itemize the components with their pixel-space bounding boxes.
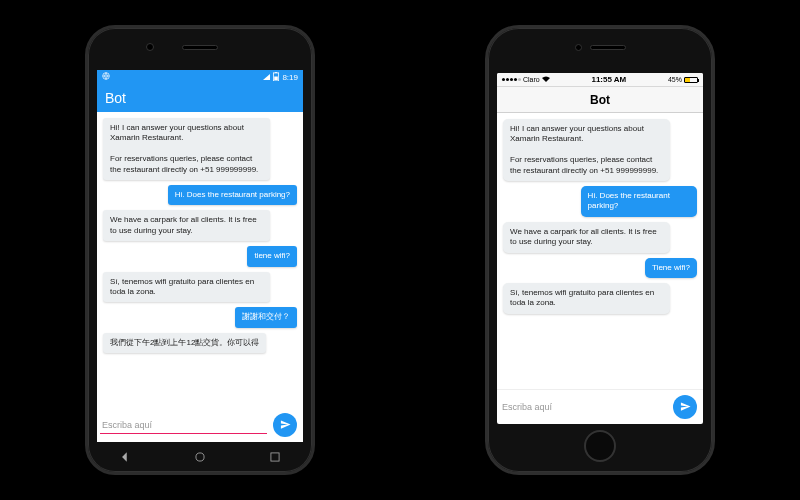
- bot-message: Sí, tenemos wifi gratuito para clientes …: [503, 283, 670, 314]
- status-time: 8:19: [282, 73, 298, 82]
- bot-message: Hi! I can answer your questions about Xa…: [503, 119, 670, 181]
- battery-icon: [684, 77, 698, 83]
- input-bar: Escriba aquí: [97, 408, 303, 442]
- send-button[interactable]: [673, 395, 697, 419]
- ios-screen: Claro 11:55 AM 45% Bot Hi! I can answer …: [497, 73, 703, 424]
- signal-icon: [502, 78, 521, 81]
- page-title: Bot: [590, 93, 610, 107]
- back-icon[interactable]: [118, 450, 132, 464]
- ios-speaker-area: [488, 44, 712, 51]
- input-bar: Escriba aquí: [497, 389, 703, 424]
- send-button[interactable]: [273, 413, 297, 437]
- user-message: 謝謝和交付？: [235, 307, 297, 327]
- svg-rect-5: [271, 453, 279, 461]
- bot-message: 我們從下午2點到上午12點交貨。你可以得: [103, 333, 266, 353]
- send-icon: [280, 416, 291, 434]
- svg-rect-3: [275, 76, 279, 80]
- user-message: Tiene wifi?: [645, 258, 697, 278]
- user-message: Hi. Does the restaurant parking?: [168, 185, 297, 205]
- globe-icon: [102, 72, 110, 82]
- wifi-icon: [542, 76, 550, 83]
- android-speaker-area: [88, 45, 312, 50]
- camera-dot: [575, 44, 582, 51]
- svg-point-4: [196, 453, 204, 461]
- user-message: Hi. Does the restaurant parking?: [581, 186, 697, 217]
- bot-message: We have a carpark for all clients. It is…: [103, 210, 270, 241]
- battery-label: 45%: [668, 76, 682, 83]
- message-input[interactable]: Escriba aquí: [100, 417, 267, 434]
- page-title: Bot: [105, 90, 126, 106]
- ios-device: Claro 11:55 AM 45% Bot Hi! I can answer …: [485, 25, 715, 475]
- recents-icon[interactable]: [268, 450, 282, 464]
- android-status-bar: 8:19: [97, 70, 303, 84]
- home-icon[interactable]: [193, 450, 207, 464]
- home-button[interactable]: [584, 430, 616, 462]
- earpiece: [182, 45, 218, 50]
- ios-status-bar: Claro 11:55 AM 45%: [497, 73, 703, 87]
- bot-message: Sí, tenemos wifi gratuito para clientes …: [103, 272, 270, 303]
- chat-list[interactable]: Hi! I can answer your questions about Xa…: [97, 112, 303, 408]
- earpiece: [590, 45, 626, 50]
- user-message: tiene wifi?: [247, 246, 297, 266]
- signal-icon: [263, 74, 270, 80]
- svg-rect-2: [276, 72, 278, 73]
- android-nav-bar: [88, 448, 312, 466]
- ios-nav-bar: Bot: [497, 87, 703, 113]
- battery-icon: [273, 72, 279, 83]
- android-screen: 8:19 Bot Hi! I can answer your questions…: [97, 70, 303, 442]
- message-input[interactable]: Escriba aquí: [500, 399, 667, 415]
- android-app-bar: Bot: [97, 84, 303, 112]
- chat-list[interactable]: Hi! I can answer your questions about Xa…: [497, 113, 703, 389]
- send-icon: [680, 398, 691, 416]
- bot-message: Hi! I can answer your questions about Xa…: [103, 118, 270, 180]
- bot-message: We have a carpark for all clients. It is…: [503, 222, 670, 253]
- status-time: 11:55 AM: [591, 75, 626, 84]
- carrier: Claro: [523, 76, 540, 83]
- camera-dot: [146, 43, 154, 51]
- android-device: 8:19 Bot Hi! I can answer your questions…: [85, 25, 315, 475]
